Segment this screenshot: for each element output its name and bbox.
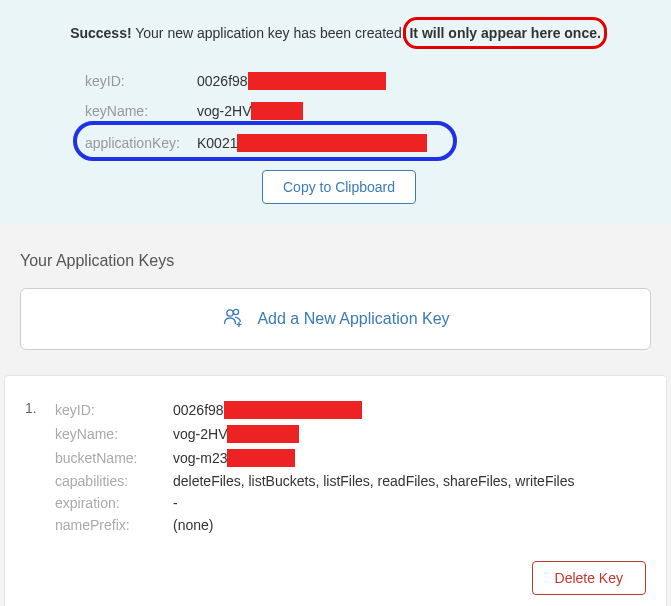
detail-row-capabilities: capabilities: deleteFiles, listBuckets, …	[55, 470, 646, 492]
keys-list: 1. keyID: 0026f98 keyName: vog-2HV bucke…	[4, 375, 667, 606]
key-item-number: 1.	[25, 398, 55, 416]
detail-value: deleteFiles, listBuckets, listFiles, rea…	[173, 473, 574, 489]
success-text: Your new application key has been create…	[132, 25, 406, 41]
svg-point-0	[227, 310, 233, 316]
detail-row-keyname: keyName: vog-2HV	[55, 422, 646, 446]
redacted-block	[237, 134, 427, 152]
detail-label: keyID:	[55, 402, 173, 418]
redacted-block	[227, 449, 295, 467]
keyname-prefix: vog-2HV	[173, 426, 227, 442]
detail-row-keyid: keyID: 0026f98	[55, 398, 646, 422]
key-name-prefix: vog-2HV	[197, 103, 251, 119]
redacted-block	[248, 72, 386, 90]
detail-label: keyName:	[55, 426, 173, 442]
detail-row-expiration: expiration: -	[55, 492, 646, 514]
success-prefix: Success!	[70, 25, 131, 41]
key-id-row: keyID: 0026f98	[85, 66, 651, 96]
redacted-block	[251, 102, 303, 120]
key-id-prefix: 0026f98	[197, 73, 248, 89]
detail-label: namePrefix:	[55, 517, 173, 533]
application-key-label: applicationKey:	[85, 135, 197, 151]
application-key-row: applicationKey: K0021	[85, 128, 651, 158]
svg-point-1	[234, 309, 239, 314]
key-id-value: 0026f98	[197, 72, 386, 90]
delete-wrapper: Delete Key	[55, 561, 646, 595]
key-name-label: keyName:	[85, 103, 197, 119]
delete-key-button[interactable]: Delete Key	[532, 561, 646, 595]
key-name-row: keyName: vog-2HV	[85, 96, 651, 126]
detail-value: (none)	[173, 517, 213, 533]
warning-text: It will only appear here once.	[409, 25, 600, 41]
key-item: 1. keyID: 0026f98 keyName: vog-2HV bucke…	[25, 398, 646, 595]
redacted-block	[224, 401, 362, 419]
keyid-prefix: 0026f98	[173, 402, 224, 418]
copy-to-clipboard-button[interactable]: Copy to Clipboard	[262, 170, 416, 204]
detail-value: 0026f98	[173, 401, 362, 419]
warning-label: It will only appear here once.	[409, 25, 600, 41]
application-key-prefix: K0021	[197, 135, 237, 151]
copy-button-wrapper: Copy to Clipboard	[85, 170, 651, 204]
key-name-value: vog-2HV	[197, 102, 303, 120]
detail-value: vog-2HV	[173, 425, 299, 443]
detail-label: capabilities:	[55, 473, 173, 489]
add-application-key-button[interactable]: Add a New Application Key	[20, 288, 651, 350]
detail-row-nameprefix: namePrefix: (none)	[55, 514, 646, 536]
detail-label: expiration:	[55, 495, 173, 511]
detail-row-bucketname: bucketName: vog-m23	[55, 446, 646, 470]
detail-value: -	[173, 495, 178, 511]
key-item-details: keyID: 0026f98 keyName: vog-2HV bucketNa…	[55, 398, 646, 595]
redacted-block	[227, 425, 299, 443]
success-message: Success! Your new application key has be…	[20, 25, 651, 41]
detail-label: bucketName:	[55, 450, 173, 466]
bucketname-prefix: vog-m23	[173, 450, 227, 466]
add-users-icon	[221, 305, 245, 333]
detail-value: vog-m23	[173, 449, 295, 467]
key-id-label: keyID:	[85, 73, 197, 89]
section-title: Your Application Keys	[0, 224, 671, 288]
success-panel: Success! Your new application key has be…	[0, 0, 671, 224]
add-button-label: Add a New Application Key	[257, 310, 449, 328]
application-key-value: K0021	[197, 134, 427, 152]
new-key-details: keyID: 0026f98 keyName: vog-2HV applicat…	[20, 66, 651, 204]
